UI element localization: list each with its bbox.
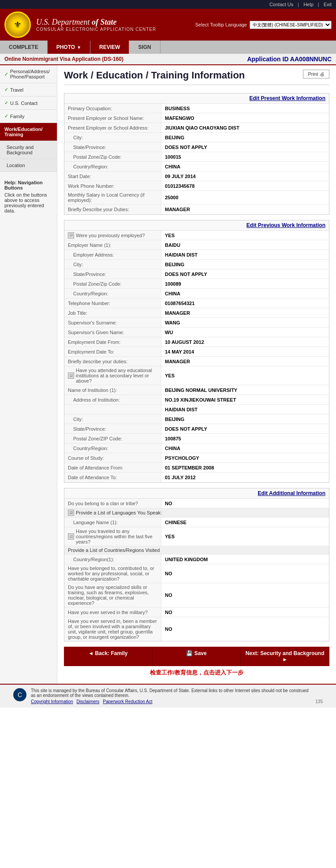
tab-review[interactable]: REVIEW bbox=[90, 41, 129, 54]
row-inst-addr1: Address of Institution: NO.19 XINJIEKOUW… bbox=[64, 395, 329, 405]
row-inst-addr2: HAIDIAN DIST bbox=[64, 405, 329, 414]
value-pw-city: BEIJING bbox=[161, 133, 329, 142]
value-supervisor-given: WU bbox=[161, 328, 329, 337]
value-inst-addr1: NO.19 XINJIEKOUWAI STREET bbox=[161, 395, 329, 404]
footer-page-number: 135 bbox=[315, 699, 323, 704]
sidebar-item-personal[interactable]: ✓ Personal/Address/ Phone/Passport bbox=[0, 65, 57, 83]
sidebar-item-travel[interactable]: ✓ Travel bbox=[0, 83, 57, 97]
help-title: Help: Navigation Buttons bbox=[4, 180, 52, 190]
print-button[interactable]: Print 🖨 bbox=[303, 70, 329, 78]
header-text: U.S. Department of State CONSULAR ELECTR… bbox=[36, 18, 156, 32]
label-job-title: Job Title: bbox=[64, 308, 161, 317]
save-button[interactable]: 💾 Save bbox=[153, 647, 241, 666]
label-duties: Briefly Describe your Duties: bbox=[64, 205, 161, 214]
sidebar-label-location: Location bbox=[7, 163, 25, 168]
value-emp-from: 10 AUGUST 2012 bbox=[161, 337, 329, 346]
header: ⚜ U.S. Department of State CONSULAR ELEC… bbox=[0, 9, 336, 41]
edit-additional-link[interactable]: Edit Additional Information bbox=[258, 490, 325, 496]
sidebar-item-location[interactable]: Location bbox=[0, 159, 57, 172]
value-employer-name: MAFENGWO bbox=[161, 113, 329, 123]
label-emp-from: Employment Date From: bbox=[64, 337, 161, 346]
value-attend-from: 01 SEPTEMBER 2008 bbox=[161, 463, 329, 472]
sidebar-item-uscontact[interactable]: ✓ U.S. Contact bbox=[0, 97, 57, 110]
row-pw-country: Country/Region: CHINA bbox=[64, 162, 329, 171]
separator1: | bbox=[298, 2, 299, 7]
value-prev-employed: YES bbox=[161, 231, 329, 240]
row-emp-postal: Postal Zone/Zip Code: 100089 bbox=[64, 279, 329, 289]
edu-icon: ☑ bbox=[68, 373, 74, 379]
sidebar-item-work[interactable]: Work/Education/ Training bbox=[0, 123, 57, 141]
value-emp-postal: 100089 bbox=[161, 279, 329, 288]
row-prev-duties: Briefly describe your duties: MANAGER bbox=[64, 357, 329, 366]
nav-tabs: COMPLETE PHOTO ▼ REVIEW SIGN bbox=[0, 41, 336, 54]
row-edu-attended: ☑ Have you attended any educational inst… bbox=[64, 366, 329, 385]
prev-employed-icon: ☑ bbox=[68, 232, 74, 238]
label-pw-city: City: bbox=[64, 133, 161, 142]
value-paramilitary: NO bbox=[161, 617, 329, 641]
label-start-date: Start Date: bbox=[64, 171, 161, 181]
present-work-header: Edit Present Work Information bbox=[64, 93, 329, 104]
sidebar: ✓ Personal/Address/ Phone/Passport ✓ Tra… bbox=[0, 65, 57, 684]
value-supervisor-surname: WANG bbox=[161, 318, 329, 327]
value-institution-name: BEIJING NORMAL UNIVERSITY bbox=[161, 385, 329, 395]
row-emp-to: Employment Date To: 14 MAY 2014 bbox=[64, 347, 329, 357]
value-inst-state: DOES NOT APPLY bbox=[161, 424, 329, 433]
value-edu-attended: YES bbox=[161, 366, 329, 385]
tab-sign[interactable]: SIGN bbox=[129, 41, 160, 54]
value-job-title: MANAGER bbox=[161, 308, 329, 317]
check-personal: ✓ bbox=[4, 71, 8, 77]
value-lang1: CHINESE bbox=[161, 518, 329, 527]
additional-info-header: Edit Additional Information bbox=[64, 488, 329, 499]
row-inst-city: City: BEIJING bbox=[64, 414, 329, 424]
row-start-date: Start Date: 09 JULY 2014 bbox=[64, 171, 329, 181]
help-link[interactable]: Help bbox=[303, 2, 314, 7]
row-pw-city: City: BEIJING bbox=[64, 133, 329, 142]
label-prev-duties: Briefly describe your duties: bbox=[64, 357, 161, 366]
row-military: Have you ever served in the military? NO bbox=[64, 607, 329, 617]
edit-previous-work-link[interactable]: Edit Previous Work Information bbox=[246, 222, 325, 228]
row-attend-from: Date of Attendance From: 01 SEPTEMBER 20… bbox=[64, 463, 329, 473]
label-inst-postal: Postal Zone/ZIP Code: bbox=[64, 434, 161, 443]
row-inst-postal: Postal Zone/ZIP Code: 100875 bbox=[64, 434, 329, 443]
paperwork-link[interactable]: Paperwork Reduction Act bbox=[103, 699, 152, 704]
dept-subtitle: CONSULAR ELECTRONIC APPLICATION CENTER bbox=[36, 27, 156, 32]
value-traveled: YES bbox=[161, 527, 329, 546]
edit-present-work-link[interactable]: Edit Present Work Information bbox=[250, 95, 325, 101]
lang-select[interactable]: 中文(繁體) (CHINESE-SIMPLIFIED) bbox=[250, 21, 332, 29]
exit-link[interactable]: Exit bbox=[324, 2, 332, 7]
sidebar-item-security[interactable]: Security and Background bbox=[0, 141, 57, 159]
app-title: Online Nonimmigrant Visa Application (DS… bbox=[4, 56, 123, 62]
row-salary: Monthly Salary in Local Currency (if emp… bbox=[64, 191, 329, 205]
sidebar-item-family[interactable]: ✓ Family bbox=[0, 110, 57, 123]
value-pw-country: CHINA bbox=[161, 162, 329, 171]
label-employer-name: Present Employer or School Name: bbox=[64, 113, 161, 123]
row-inst-country: Country/Region: CHINA bbox=[64, 443, 329, 453]
row-pw-state: State/Province: DOES NOT APPLY bbox=[64, 142, 329, 152]
disclaimers-link[interactable]: Disclaimers bbox=[77, 699, 100, 704]
row-supervisor-surname: Supervisor's Surname: WANG bbox=[64, 318, 329, 328]
row-lang1: Language Name (1): CHINESE bbox=[64, 518, 329, 527]
state-seal: ⚜ bbox=[4, 11, 31, 38]
row-paramilitary: Have you ever served in, been a member o… bbox=[64, 617, 329, 641]
row-prev-employed: ☑ Were you previously employed? YES bbox=[64, 231, 329, 240]
tab-photo[interactable]: PHOTO ▼ bbox=[48, 41, 90, 54]
row-emp-city: City: BEIJING bbox=[64, 260, 329, 269]
lang-list-icon: ☑ bbox=[68, 510, 74, 516]
value-emp-addr: HAIDIAN DIST bbox=[161, 250, 329, 259]
label-salary: Monthly Salary in Local Currency (if emp… bbox=[64, 191, 161, 204]
label-prev-employed: ☑ Were you previously employed? bbox=[64, 231, 161, 240]
value-salary: 25000 bbox=[161, 191, 329, 204]
label-lang1: Language Name (1): bbox=[64, 518, 161, 527]
back-button[interactable]: ◄ Back: Family bbox=[64, 647, 153, 666]
contact-us-link[interactable]: Contact Us bbox=[269, 2, 293, 7]
label-pw-state: State/Province: bbox=[64, 142, 161, 152]
next-button[interactable]: Next: Security and Background ► bbox=[241, 647, 329, 666]
row-languages-header: ☑ Provide a List of Languages You Speak: bbox=[64, 508, 329, 518]
row-occupation: Primary Occupation: BUSINESS bbox=[64, 104, 329, 113]
copyright-link[interactable]: Copyright Information bbox=[31, 699, 73, 704]
row-traveled: ☑ Have you traveled to any countries/reg… bbox=[64, 527, 329, 546]
label-emp-city: City: bbox=[64, 260, 161, 269]
label-clan: Do you belong to a clan or tribe? bbox=[64, 499, 161, 508]
tab-complete[interactable]: COMPLETE bbox=[0, 41, 48, 54]
value-country1: UNITED KINGDOM bbox=[161, 555, 329, 564]
